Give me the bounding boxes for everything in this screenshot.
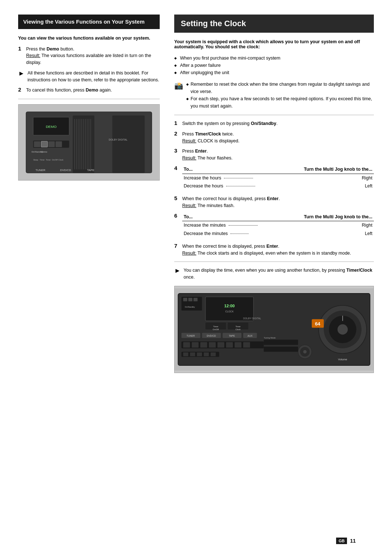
step-6-table: To... Turn the Multi Jog knob to the... …: [182, 213, 374, 238]
svg-text:TAPE: TAPE: [87, 169, 94, 172]
right-step-num-6: 6: [174, 212, 180, 219]
step-4-col-right: Turn the Multi Jog knob to the...: [281, 165, 374, 174]
svg-rect-37: [188, 298, 192, 301]
note-1: Remember to reset the clock when the tim…: [186, 81, 374, 95]
left-intro: You can view the various functions avail…: [18, 36, 160, 41]
right-step-5-content: When the correct hour is displayed, pres…: [182, 195, 374, 209]
svg-rect-38: [193, 298, 197, 301]
result-text-r3: The hour flashes.: [197, 155, 233, 161]
result-text-1: The various functions available are list…: [26, 53, 151, 65]
svg-rect-15: [112, 116, 144, 173]
left-section-heading: Viewing the Various Functions on Your Sy…: [18, 15, 160, 29]
left-column: Viewing the Various Functions on Your Sy…: [18, 15, 160, 540]
svg-point-83: [303, 350, 306, 353]
left-device-image: DEMO: [18, 104, 160, 181]
right-intro: Your system is equipped with a clock whi…: [174, 39, 374, 49]
svg-text:12:00: 12:00: [224, 303, 235, 308]
svg-text:On/Standby: On/Standby: [185, 305, 195, 308]
left-divider: [18, 99, 160, 99]
right-heading-text: Setting the Clock: [181, 19, 246, 28]
right-step-num-7: 7: [174, 243, 180, 249]
right-step-num-2: 2: [174, 130, 180, 137]
left-arrow-note: ► All these functions are described in d…: [18, 70, 160, 84]
svg-rect-62: [209, 342, 216, 348]
svg-rect-17: [34, 141, 40, 147]
right-step-num-4: 4: [174, 165, 180, 171]
arrow-note-text: All these functions are described in det…: [28, 70, 160, 84]
svg-rect-70: [197, 352, 202, 356]
step-6-action-2: Decrease the minutes: [182, 230, 282, 238]
svg-rect-36: [183, 298, 187, 301]
svg-rect-20: [56, 141, 62, 147]
svg-text:Demo: Demo: [41, 151, 48, 153]
result-label-1: Result:: [26, 53, 40, 58]
svg-rect-86: [264, 347, 298, 352]
right-divider-2: [174, 262, 374, 262]
svg-rect-69: [190, 352, 195, 356]
svg-text:TUNER: TUNER: [187, 335, 195, 337]
svg-rect-66: [243, 342, 250, 348]
step-number-2: 2: [18, 86, 24, 93]
svg-point-76: [338, 324, 348, 335]
svg-rect-84: [264, 340, 298, 345]
step-1-content: Press the Demo button. Result: The vario…: [26, 46, 160, 66]
svg-rect-72: [211, 352, 216, 356]
svg-text:CLOCK: CLOCK: [225, 310, 234, 313]
svg-text:Timer: Timer: [46, 159, 51, 161]
svg-rect-65: [234, 342, 241, 348]
svg-text:DOLBY DIGITAL: DOLBY DIGITAL: [243, 317, 261, 319]
page-number: 11: [350, 538, 356, 544]
svg-rect-68: [183, 352, 188, 356]
right-divider-1: [174, 115, 374, 115]
step-6-row-2: Decrease the minutes Left: [182, 230, 374, 238]
step-4-table: To... Turn the Multi Jog knob to the... …: [182, 165, 374, 190]
svg-text:Volume: Volume: [338, 358, 347, 361]
svg-text:Timer: Timer: [40, 159, 45, 161]
right-step-7: 7 When the correct time is displayed, pr…: [174, 243, 374, 257]
svg-text:Timer: Timer: [213, 325, 218, 328]
right-step-4: 4 To... Turn the Multi Jog knob to the..…: [174, 165, 374, 192]
right-step-num-3: 3: [174, 147, 180, 154]
step-4-row-2: Decrease the hours Left: [182, 182, 374, 190]
right-step-2: 2 Press Timer/Clock twice. Result: CLOCK…: [174, 131, 374, 145]
svg-text:TAPE: TAPE: [229, 335, 235, 337]
right-step-6: 6 To... Turn the Multi Jog knob to the..…: [174, 213, 374, 239]
result-label-r7: Result:: [182, 251, 196, 256]
result-text-r2: CLOCK is displayed.: [197, 138, 239, 143]
svg-rect-60: [192, 342, 199, 348]
right-step-4-content: To... Turn the Multi Jog knob to the... …: [182, 165, 374, 192]
step-4-dir-2: Left: [281, 182, 374, 190]
left-heading-text: Viewing the Various Functions on Your Sy…: [23, 19, 144, 25]
result-label-r3: Result:: [182, 155, 196, 161]
right-section-heading: Setting the Clock: [174, 15, 374, 33]
step-6-row-1: Increase the minutes Right: [182, 221, 374, 230]
step-4-dir-1: Right: [281, 174, 374, 182]
step-6-col-left: To...: [182, 213, 282, 221]
svg-rect-19: [48, 141, 55, 147]
svg-text:Clock: Clock: [236, 328, 241, 331]
right-intro-text: Your system is equipped with a clock whi…: [174, 39, 360, 49]
step-4-action-2: Decrease the hours: [182, 182, 281, 190]
svg-text:64: 64: [315, 321, 320, 326]
bullet-2: After a power failure: [174, 62, 374, 69]
step-6-col-right: Turn the Multi Jog knob to the...: [282, 213, 374, 221]
right-step-5: 5 When the correct hour is displayed, pr…: [174, 195, 374, 209]
right-step-num-5: 5: [174, 195, 180, 201]
svg-text:On/Off: On/Off: [213, 328, 219, 331]
svg-rect-21: [41, 141, 48, 147]
result-label-r2: Result:: [182, 138, 196, 143]
left-step-1: 1 Press the Demo button. Result: The var…: [18, 46, 160, 66]
svg-text:DVD/CD: DVD/CD: [60, 169, 71, 172]
step-6-action-1: Increase the minutes: [182, 221, 282, 230]
right-step-num-1: 1: [174, 120, 180, 126]
right-bullet-list: When you first purchase the mini-compact…: [174, 54, 374, 76]
right-step-3-content: Press Enter. Result: The hour flashes.: [182, 148, 374, 162]
note-2: For each step, you have a few seconds to…: [186, 95, 374, 110]
right-step-6-content: To... Turn the Multi Jog knob to the... …: [182, 213, 374, 239]
bullet-1: When you first purchase the mini-compact…: [174, 54, 374, 62]
right-step-2-content: Press Timer/Clock twice. Result: CLOCK i…: [182, 131, 374, 145]
right-step-7-content: When the correct time is displayed, pres…: [182, 243, 374, 257]
step-4-action-1: Increase the hours: [182, 174, 281, 182]
step-4-row-1: Increase the hours Right: [182, 174, 374, 182]
svg-text:TUNER: TUNER: [36, 169, 46, 172]
